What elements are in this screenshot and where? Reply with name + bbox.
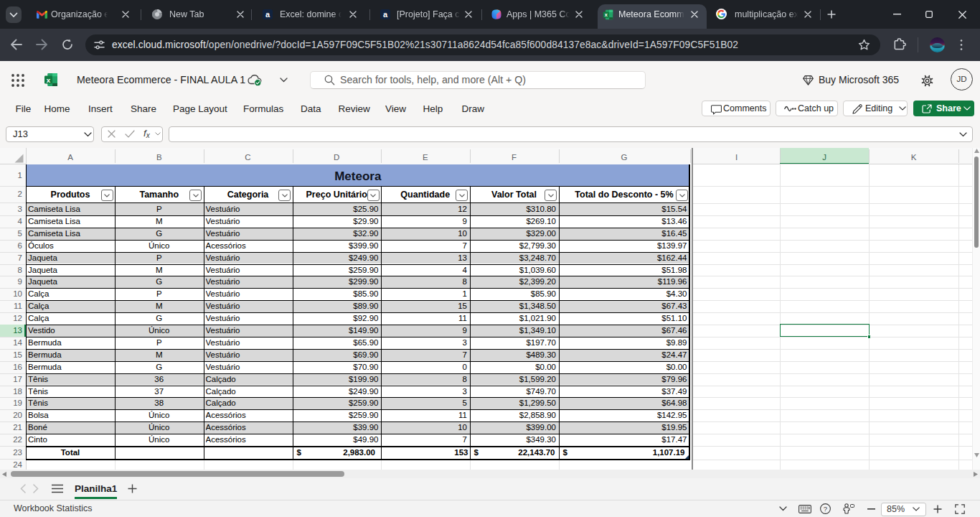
svg-text:?: ? xyxy=(824,505,827,513)
svg-text:x: x xyxy=(605,11,608,18)
svg-text:x: x xyxy=(47,76,51,84)
